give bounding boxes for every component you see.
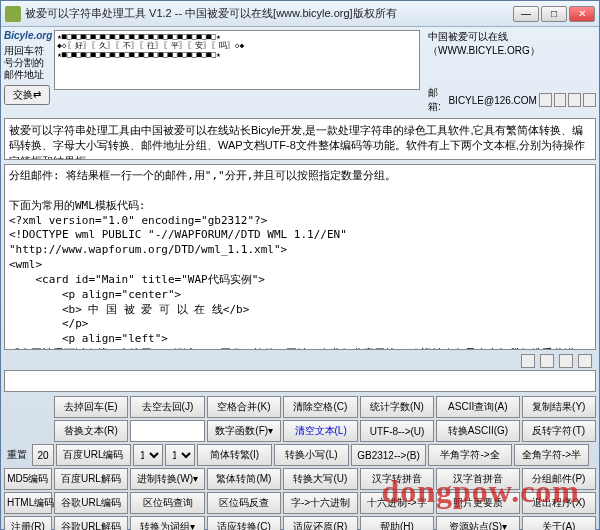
copy-icon[interactable] [539,93,552,107]
hex-to-char-button[interactable]: 十六进制->字 [360,492,434,514]
maximize-button[interactable]: □ [541,6,567,22]
logo-text: Bicyle.org [4,30,50,41]
to-phrase-dropdown[interactable]: 转换为词组▾ [130,516,204,530]
remove-cr-button[interactable]: 去掉回车(E) [54,396,128,418]
register-button[interactable]: 注册(R) [4,516,52,530]
quwei-query-button[interactable]: 区位码查询 [130,492,204,514]
count-input[interactable] [32,444,54,466]
trad-to-simp-button[interactable]: 繁体转简(M) [207,468,281,490]
app-icon [5,6,21,22]
char-to-hex-button[interactable]: 字->十六进制 [283,492,357,514]
copy-icon-2[interactable] [521,354,535,368]
exchange-button[interactable]: 交换⇄ [4,85,50,105]
hanzi-pinyin-button[interactable]: 汉字转拼音 [360,468,434,490]
help-button[interactable]: 帮助(H) [360,516,434,530]
baidu-url-decode-button[interactable]: 百度URL解码 [54,468,128,490]
clear-icon-2[interactable] [578,354,592,368]
remove-space-cr-button[interactable]: 去空去回(J) [130,396,204,418]
site-line: 中国被爱可以在线（WWW.BICYLE.ORG） [428,30,596,58]
replace-text-button[interactable]: 替换文本(R) [54,420,128,442]
utf8-button[interactable]: UTF-8-->(U) [360,420,434,442]
reset-label: 重置 [4,444,30,466]
close-button[interactable]: ✕ [569,6,595,22]
main-textarea[interactable]: 分组邮件: 将结果框一行一个的邮件,用","分开,并且可以按照指定数量分组。 下… [4,164,596,350]
google-url-encode-button[interactable]: 谷歌URL编码 [54,492,128,514]
paste-icon[interactable] [554,93,567,107]
gb2312-button[interactable]: GB2312-->(B) [351,444,426,466]
copy-result-button[interactable]: 复制结果(Y) [522,396,596,418]
md5-button[interactable]: MD5编码 [4,468,52,490]
photo-quality-button[interactable]: 照片更要质 [436,492,519,514]
hanzi-initial-button[interactable]: 汉字首拼音 [436,468,519,490]
to-ascii-button[interactable]: 转换ASCII(G) [436,420,519,442]
cut-icon[interactable] [568,93,581,107]
paste-icon-2[interactable] [540,354,554,368]
adapt-convert-button[interactable]: 适应转换(C) [207,516,281,530]
resource-dropdown[interactable]: 资源站点(S)▾ [436,516,519,530]
base-to-select[interactable]: 16 [165,444,195,466]
num-func-dropdown[interactable]: 数字函数(F)▾ [207,420,281,442]
clear-text-button[interactable]: 清空文本(L) [283,420,357,442]
email-value: BICYLE@126.COM [448,95,537,106]
clear-icon[interactable] [583,93,596,107]
half-to-full-button[interactable]: 半角字符->全 [428,444,512,466]
to-upper-button[interactable]: 转换大写(U) [283,468,357,490]
cut-icon-2[interactable] [559,354,573,368]
reverse-button[interactable]: 反转字符(T) [522,420,596,442]
button-grid: 去掉回车(E) 去空去回(J) 空格合并(K) 清除空格(C) 统计字数(N) … [4,396,596,530]
ascii-query-button[interactable]: ASCII查询(A) [436,396,519,418]
html-encode-button[interactable]: HTML编码 [4,492,52,514]
google-url-decode-button[interactable]: 谷歌URL解码 [54,516,128,530]
base-convert-dropdown[interactable]: 进制转换(W)▾ [130,468,204,490]
side-label: 用回车符号分割的邮件地址 [4,45,50,81]
description-box[interactable]: 被爱可以字符串处理工具由中国被爱可以在线站长Bicyle开发,是一款处理字符串的… [4,118,596,160]
about-button[interactable]: 关于(A) [522,516,596,530]
adapt-restore-button[interactable]: 适应还原(R) [283,516,357,530]
replace-input[interactable] [130,420,205,442]
base-from-select[interactable]: 10 [133,444,163,466]
quwei-reverse-button[interactable]: 区位码反查 [207,492,281,514]
window-title: 被爱可以字符串处理工具 V1.2 -- 中国被爱可以在线[www.bicyle.… [25,6,513,21]
count-chars-button[interactable]: 统计字数(N) [360,396,434,418]
row1-blank [4,420,52,442]
baidu-url-encode-button[interactable]: 百度URL编码 [56,444,131,466]
exit-button[interactable]: 退出程序(X) [522,492,596,514]
minimize-button[interactable]: — [513,6,539,22]
merge-space-button[interactable]: 空格合并(K) [207,396,281,418]
email-label: 邮箱: [428,86,448,114]
row0-blank [4,396,52,418]
result-input[interactable] [4,370,596,392]
simp-to-trad-button[interactable]: 简体转繁(I) [197,444,272,466]
ascii-art-box[interactable]: ★■□■□■□■□■□■□■□■□■□■□■□■□■□■□■□■□★ ◆◇〖好〗… [54,30,420,90]
clear-space-button[interactable]: 清除空格(C) [283,396,357,418]
to-lower-button[interactable]: 转换小写(L) [274,444,349,466]
full-to-half-button[interactable]: 全角字符->半 [514,444,589,466]
group-mail-button[interactable]: 分组邮件(P) [522,468,596,490]
